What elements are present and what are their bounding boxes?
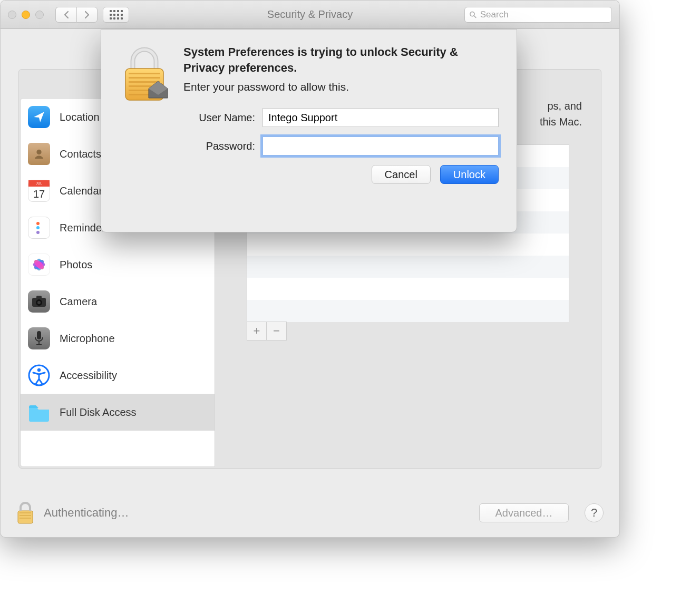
sidebar-item-label: Photos	[60, 259, 92, 271]
sidebar-item-photos[interactable]: Photos	[21, 246, 215, 283]
sidebar-item-label: Contacts	[60, 148, 101, 160]
grid-icon	[110, 10, 123, 20]
svg-rect-22	[20, 515, 31, 516]
sidebar-item-label: Full Disk Access	[60, 406, 137, 419]
folder-icon	[28, 401, 50, 423]
titlebar: Security & Privacy	[1, 1, 619, 29]
close-window-button[interactable]	[8, 11, 16, 19]
svg-rect-15	[37, 331, 41, 339]
calendar-icon: JUL 17	[28, 180, 50, 202]
sidebar-item-full-disk-access[interactable]: Full Disk Access	[21, 394, 215, 431]
chevron-left-icon	[63, 11, 70, 19]
auth-dialog: System Preferences is trying to unlock S…	[101, 29, 517, 232]
search-field[interactable]	[464, 7, 612, 23]
svg-point-19	[37, 368, 41, 372]
sidebar-item-camera[interactable]: Camera	[21, 283, 215, 320]
password-input[interactable]	[262, 137, 499, 155]
password-label: Password:	[183, 140, 262, 152]
list-row	[247, 300, 569, 322]
sidebar-item-label: Camera	[60, 296, 97, 308]
microphone-icon	[28, 327, 50, 349]
sidebar-item-accessibility[interactable]: Accessibility	[21, 357, 215, 394]
minimize-window-button[interactable]	[22, 11, 30, 19]
camera-icon	[28, 290, 50, 313]
username-input[interactable]	[262, 108, 499, 127]
svg-rect-23	[20, 518, 31, 519]
search-input[interactable]	[480, 9, 607, 20]
sidebar-item-label: Microphone	[60, 333, 115, 345]
traffic-lights	[8, 11, 44, 19]
cancel-button[interactable]: Cancel	[372, 165, 431, 184]
forward-button[interactable]	[76, 7, 98, 23]
svg-rect-27	[129, 81, 160, 83]
svg-rect-21	[20, 512, 31, 513]
photos-icon	[28, 254, 50, 276]
footer: Authenticating… Advanced… ?	[16, 501, 604, 524]
back-button[interactable]	[55, 7, 76, 23]
chevron-right-icon	[84, 11, 90, 19]
svg-rect-25	[129, 73, 160, 74]
add-app-button[interactable]: +	[247, 322, 267, 341]
dialog-title: System Preferences is trying to unlock S…	[183, 44, 499, 75]
reminders-icon	[28, 217, 50, 239]
dialog-subtitle: Enter your password to allow this.	[183, 81, 499, 93]
unlock-button[interactable]: Unlock	[440, 165, 499, 184]
lock-icon	[16, 501, 34, 524]
list-row	[247, 256, 569, 278]
svg-line-1	[474, 15, 476, 17]
svg-rect-12	[36, 296, 42, 299]
show-all-button[interactable]	[103, 7, 129, 23]
sidebar-item-label: Accessibility	[60, 369, 117, 382]
auth-lock-icon	[119, 44, 170, 108]
lock-status[interactable]: Authenticating…	[44, 506, 129, 520]
location-icon	[28, 106, 50, 128]
add-remove-controls: + −	[247, 322, 585, 341]
help-button[interactable]: ?	[585, 503, 604, 522]
list-row	[247, 278, 569, 300]
svg-point-2	[36, 150, 41, 154]
contacts-icon	[28, 143, 50, 165]
list-row	[247, 234, 569, 256]
search-icon	[469, 11, 477, 19]
nav-buttons	[55, 7, 98, 23]
sidebar-item-microphone[interactable]: Microphone	[21, 320, 215, 357]
svg-rect-26	[129, 77, 160, 79]
preferences-window: Security & Privacy Location Services	[0, 0, 620, 538]
username-label: User Name:	[183, 112, 262, 124]
accessibility-icon	[28, 364, 50, 386]
advanced-button[interactable]: Advanced…	[479, 503, 569, 522]
zoom-window-button[interactable]	[35, 11, 44, 19]
remove-app-button[interactable]: −	[267, 322, 287, 341]
svg-point-14	[37, 301, 41, 304]
